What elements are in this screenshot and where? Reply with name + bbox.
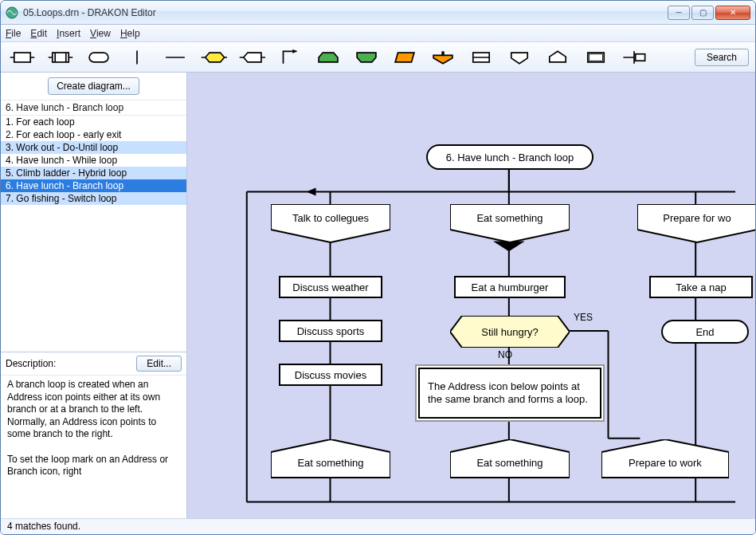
tool-address-icon[interactable] bbox=[543, 45, 573, 69]
tool-action-icon[interactable] bbox=[7, 45, 37, 69]
maximize-button[interactable]: ▢ bbox=[691, 6, 714, 20]
action-node[interactable]: Discuss sports bbox=[279, 320, 382, 342]
svg-rect-9 bbox=[89, 53, 108, 62]
app-icon bbox=[6, 6, 18, 19]
tool-output-icon[interactable] bbox=[428, 45, 458, 69]
no-label: NO bbox=[498, 349, 512, 360]
svg-text:Eat something: Eat something bbox=[476, 212, 543, 224]
description-text: A branch loop is created when an Address… bbox=[1, 375, 186, 518]
description-label: Description: bbox=[6, 358, 130, 369]
tool-loop-end-icon[interactable] bbox=[351, 45, 382, 69]
tool-select-icon[interactable] bbox=[237, 45, 267, 69]
statusbar: 4 matches found. bbox=[1, 518, 755, 534]
menu-insert[interactable]: Insert bbox=[57, 28, 80, 39]
toolbar: Search bbox=[1, 42, 755, 73]
menu-view[interactable]: View bbox=[90, 28, 111, 39]
tool-loop-begin-icon[interactable] bbox=[313, 45, 343, 69]
branch-header-node[interactable]: Talk to collegues bbox=[271, 204, 390, 244]
branch-header-node[interactable]: Prepare for wo bbox=[637, 204, 755, 244]
tool-rounded-icon[interactable] bbox=[84, 45, 114, 69]
svg-rect-32 bbox=[636, 53, 645, 61]
address-node[interactable]: Eat something bbox=[450, 439, 570, 479]
question-node[interactable]: Still hungry? bbox=[450, 316, 570, 348]
list-item[interactable]: 4. Have lunch - While loop bbox=[1, 154, 186, 167]
list-item[interactable]: 7. Go fishing - Switch loop bbox=[1, 192, 186, 205]
menu-edit[interactable]: Edit bbox=[30, 28, 47, 39]
svg-marker-15 bbox=[244, 53, 261, 62]
tool-branch-icon[interactable] bbox=[504, 45, 535, 69]
menubar: File Edit Insert View Help bbox=[1, 25, 755, 42]
menu-file[interactable]: File bbox=[6, 28, 21, 39]
tool-hline-icon[interactable] bbox=[160, 45, 190, 69]
create-diagram-button[interactable]: Create diagram... bbox=[48, 77, 139, 95]
svg-marker-21 bbox=[395, 53, 414, 62]
end-node[interactable]: End bbox=[661, 320, 749, 344]
tool-comment-icon[interactable] bbox=[581, 45, 611, 69]
svg-text:Prepare to work: Prepare to work bbox=[629, 457, 702, 469]
description-edit-button[interactable]: Edit... bbox=[136, 356, 182, 372]
tool-shelf-icon[interactable] bbox=[466, 45, 496, 69]
titlebar: 05.Loops.drn - DRAKON Editor ─ ▢ ✕ bbox=[1, 1, 755, 25]
tool-insertion-icon[interactable] bbox=[45, 45, 76, 69]
close-button[interactable]: ✕ bbox=[715, 6, 750, 20]
tool-vline-icon[interactable] bbox=[122, 45, 152, 69]
action-node[interactable]: Discuss movies bbox=[279, 364, 382, 386]
list-item[interactable]: 1. For each loop bbox=[1, 116, 186, 128]
svg-marker-20 bbox=[357, 53, 376, 62]
body: Create diagram... 6. Have lunch - Branch… bbox=[1, 73, 755, 518]
svg-marker-27 bbox=[550, 51, 566, 62]
minimize-button[interactable]: ─ bbox=[668, 6, 690, 20]
diagram-title-node[interactable]: 6. Have lunch - Branch loop bbox=[426, 144, 593, 170]
window-title: 05.Loops.drn - DRAKON Editor bbox=[23, 7, 668, 18]
current-diagram-label: 6. Have lunch - Branch loop bbox=[1, 100, 186, 116]
svg-marker-18 bbox=[292, 49, 296, 53]
svg-marker-19 bbox=[319, 53, 338, 62]
action-node[interactable]: Take a nap bbox=[649, 276, 753, 298]
svg-marker-34 bbox=[307, 188, 316, 196]
address-node[interactable]: Prepare to work bbox=[601, 439, 729, 479]
canvas[interactable]: 6. Have lunch - Branch loop Talk to coll… bbox=[187, 73, 755, 518]
tool-question-icon[interactable] bbox=[198, 45, 229, 69]
list-item[interactable]: 3. Work out - Do-Until loop bbox=[1, 141, 186, 154]
branch-header-node[interactable]: Eat something bbox=[450, 204, 570, 244]
list-item[interactable]: 5. Climb ladder - Hybrid loop bbox=[1, 167, 186, 179]
svg-rect-23 bbox=[441, 51, 444, 55]
svg-text:Eat something: Eat something bbox=[297, 457, 363, 469]
menu-help[interactable]: Help bbox=[120, 28, 140, 39]
svg-text:Still hungry?: Still hungry? bbox=[481, 326, 539, 338]
window-buttons: ─ ▢ ✕ bbox=[668, 6, 750, 20]
svg-marker-26 bbox=[511, 53, 527, 64]
list-item[interactable]: 2. For each loop - early exit bbox=[1, 128, 186, 141]
svg-marker-12 bbox=[206, 53, 225, 62]
action-node[interactable]: Eat a humburger bbox=[454, 276, 566, 298]
sidebar: Create diagram... 6. Have lunch - Branch… bbox=[1, 73, 187, 518]
svg-text:Eat something: Eat something bbox=[476, 457, 543, 469]
tool-connector-icon[interactable] bbox=[619, 45, 649, 69]
diagram-list[interactable]: 1. For each loop 2. For each loop - earl… bbox=[1, 116, 186, 352]
svg-text:Prepare for wo: Prepare for wo bbox=[663, 212, 731, 224]
comment-node[interactable]: The Address icon below points at the sam… bbox=[418, 368, 601, 419]
list-item[interactable]: 6. Have lunch - Branch loop bbox=[1, 179, 186, 192]
svg-marker-22 bbox=[433, 55, 452, 63]
action-node[interactable]: Discuss weather bbox=[279, 276, 382, 298]
tool-input-icon[interactable] bbox=[390, 45, 420, 69]
address-node[interactable]: Eat something bbox=[271, 439, 390, 479]
yes-label: YES bbox=[574, 312, 593, 323]
svg-text:Talk to collegues: Talk to collegues bbox=[292, 212, 370, 224]
tool-arrow-icon[interactable] bbox=[275, 45, 305, 69]
search-button[interactable]: Search bbox=[695, 49, 749, 66]
svg-rect-2 bbox=[14, 53, 30, 62]
